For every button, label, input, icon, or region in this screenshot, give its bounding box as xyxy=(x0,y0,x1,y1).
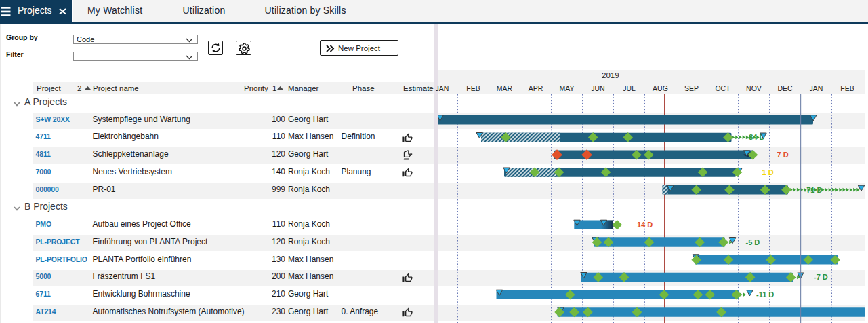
svg-text:-5 D: -5 D xyxy=(746,238,760,246)
svg-text:7 D: 7 D xyxy=(777,151,789,159)
svg-text:1 D: 1 D xyxy=(762,168,774,176)
svg-text:14 D: 14 D xyxy=(637,221,653,229)
svg-text:-11 D: -11 D xyxy=(756,290,774,299)
svg-text:-7 D: -7 D xyxy=(814,273,828,281)
